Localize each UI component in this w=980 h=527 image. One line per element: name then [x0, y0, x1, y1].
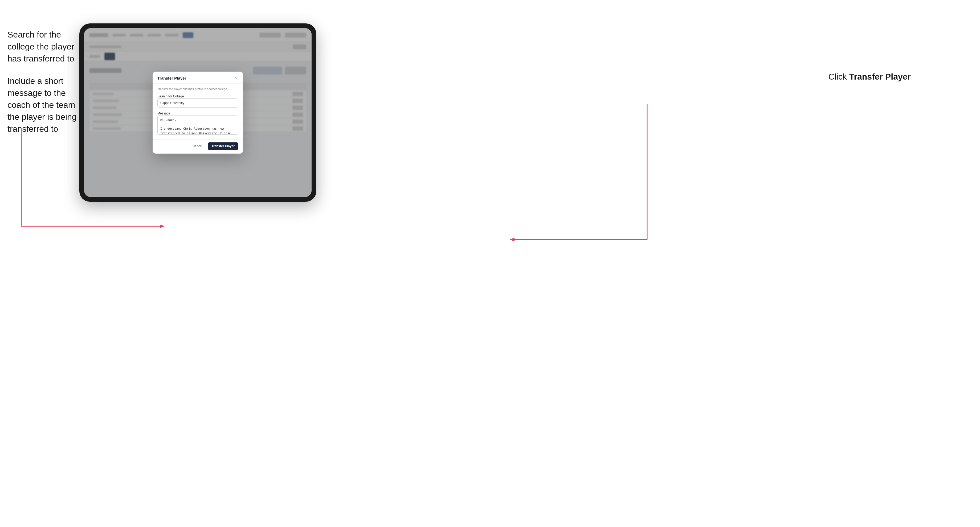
transfer-player-dialog: Transfer Player × Transfer the player an…	[153, 71, 243, 154]
annotation-left: Search for the college the player has tr…	[8, 29, 80, 145]
dialog-body: Transfer the player and their profile to…	[153, 84, 243, 140]
svg-marker-2	[160, 224, 165, 228]
college-label: Search for College	[158, 94, 184, 98]
svg-marker-5	[510, 238, 514, 241]
dialog-subtitle: Transfer the player and their profile to…	[158, 87, 238, 90]
dialog-close-button[interactable]: ×	[233, 75, 238, 81]
tablet-screen: Transfer Player × Transfer the player an…	[84, 28, 312, 197]
annotation-message-text: Include a short message to the coach of …	[8, 75, 80, 135]
dialog-title: Transfer Player	[158, 76, 186, 80]
college-input[interactable]	[158, 98, 238, 108]
annotation-search-text: Search for the college the player has tr…	[8, 29, 80, 64]
tablet-device: Transfer Player × Transfer the player an…	[80, 24, 317, 202]
transfer-player-button[interactable]: Transfer Player	[208, 142, 238, 150]
cancel-button[interactable]: Cancel	[190, 143, 205, 149]
dialog-header: Transfer Player ×	[153, 71, 243, 84]
annotation-right-text: Click Transfer Player	[829, 72, 911, 81]
message-label: Message	[158, 111, 170, 115]
message-textarea[interactable]: Hi Coach, I understand Chris Robertson h…	[158, 116, 238, 135]
dialog-overlay: Transfer Player × Transfer the player an…	[84, 28, 312, 197]
dialog-footer: Cancel Transfer Player	[153, 140, 243, 154]
annotation-right: Click Transfer Player	[829, 72, 911, 82]
